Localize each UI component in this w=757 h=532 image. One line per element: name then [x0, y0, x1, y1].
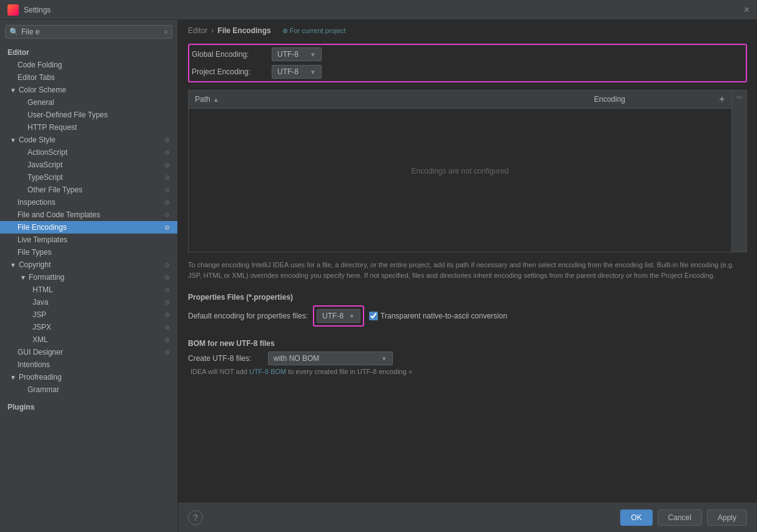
bom-note-link[interactable]: UTF-8 BOM: [249, 368, 286, 375]
copyright-settings-icon: ⚙: [164, 262, 170, 268]
bom-note: IDEA will NOT add UTF-8 BOM to every cre…: [188, 368, 747, 375]
project-encoding-label: Project Encoding:: [192, 67, 267, 76]
sidebar-item-proofreading[interactable]: ▼ Proofreading: [0, 371, 177, 383]
typescript-settings-icon: ⚙: [164, 174, 170, 181]
sidebar-item-live-templates[interactable]: Live Templates: [0, 234, 177, 246]
sidebar-item-grammar[interactable]: Grammar: [0, 383, 177, 396]
sidebar-item-java[interactable]: Java ⚙: [0, 296, 177, 308]
project-encoding-row: Project Encoding: UTF-8 ▼: [192, 65, 743, 79]
color-scheme-arrow: ▼: [10, 87, 16, 94]
help-button[interactable]: ?: [188, 510, 203, 525]
sidebar: 🔍 × Editor Code Folding Editor Tabs: [0, 20, 178, 532]
sidebar-item-gui-designer[interactable]: GUI Designer ⚙: [0, 346, 177, 358]
encoding-settings: Global Encoding: UTF-8 ▼ Project Encodin…: [188, 44, 747, 82]
bom-dropdown[interactable]: with NO BOM ▼: [268, 352, 393, 365]
path-column-header: Path ▲: [189, 92, 588, 107]
apply-button[interactable]: Apply: [707, 510, 747, 526]
app-logo: [7, 4, 19, 16]
nav-tree: Editor Code Folding Editor Tabs ▼ Color …: [0, 44, 177, 532]
editor-label: Editor: [7, 48, 29, 57]
content-body: Global Encoding: UTF-8 ▼ Project Encodin…: [178, 39, 757, 502]
clear-search-button[interactable]: ×: [164, 28, 168, 36]
sidebar-item-copyright[interactable]: ▼ Copyright ⚙: [0, 259, 177, 271]
sidebar-item-general[interactable]: General: [0, 96, 177, 109]
html-settings-icon: ⚙: [164, 287, 170, 293]
sidebar-item-color-scheme[interactable]: ▼ Color Scheme: [0, 84, 177, 96]
global-encoding-row: Global Encoding: UTF-8 ▼: [192, 47, 743, 61]
sidebar-item-editor[interactable]: Editor: [0, 46, 177, 59]
proofreading-arrow: ▼: [10, 374, 16, 381]
table-empty-state: Encodings are not configured: [189, 109, 731, 234]
global-encoding-value: UTF-8: [277, 50, 299, 59]
sidebar-item-editor-tabs[interactable]: Editor Tabs: [0, 71, 177, 84]
bom-title: BOM for new UTF-8 files: [188, 339, 747, 348]
encodings-table-container: Path ▲ Encoding + Encodings are not conf…: [188, 90, 747, 252]
for-project-label[interactable]: ⊕ For current project: [282, 27, 346, 35]
other-file-types-settings-icon: ⚙: [164, 187, 170, 194]
properties-row: Default encoding for properties files: U…: [188, 305, 747, 327]
properties-title: Properties Files (*.properties): [188, 293, 747, 302]
path-col-label: Path: [195, 95, 210, 104]
sidebar-item-xml[interactable]: XML ⚙: [0, 333, 177, 346]
sidebar-item-intentions[interactable]: Intentions: [0, 358, 177, 371]
bom-note-suffix: to every created file in UTF-8 encoding …: [286, 368, 412, 375]
search-input[interactable]: [21, 27, 164, 36]
encodings-table: Path ▲ Encoding + Encodings are not conf…: [189, 91, 731, 252]
ok-button[interactable]: OK: [620, 510, 652, 526]
settings-dialog: 🔍 × Editor Code Folding Editor Tabs: [0, 20, 757, 532]
properties-label: Default encoding for properties files:: [188, 312, 308, 320]
sidebar-item-file-encodings[interactable]: File Encodings ⚙: [0, 221, 177, 234]
breadcrumb: Editor › File Encodings ⊕ For current pr…: [178, 20, 757, 39]
xml-settings-icon: ⚙: [164, 337, 170, 343]
sidebar-item-code-folding[interactable]: Code Folding: [0, 59, 177, 71]
gui-designer-settings-icon: ⚙: [164, 349, 170, 356]
sidebar-item-plugins[interactable]: Plugins: [0, 401, 177, 413]
global-encoding-label: Global Encoding:: [192, 50, 267, 59]
bom-section: BOM for new UTF-8 files Create UTF-8 fil…: [188, 339, 747, 375]
sidebar-item-user-defined-file-types[interactable]: User-Defined File Types: [0, 109, 177, 121]
properties-section: Properties Files (*.properties) Default …: [188, 293, 747, 327]
transparent-conversion-checkbox[interactable]: [369, 312, 378, 320]
close-button[interactable]: ×: [744, 5, 750, 15]
project-encoding-dropdown[interactable]: UTF-8 ▼: [272, 65, 322, 79]
sidebar-item-jspx[interactable]: JSPX ⚙: [0, 321, 177, 333]
bom-arrow: ▼: [381, 355, 387, 362]
properties-encoding-value: UTF-8: [322, 312, 344, 320]
sidebar-item-file-types[interactable]: File Types: [0, 246, 177, 259]
encoding-column-header: Encoding: [588, 92, 713, 107]
content-area: Editor › File Encodings ⊕ For current pr…: [178, 20, 757, 532]
breadcrumb-sep: ›: [211, 26, 214, 35]
sidebar-item-typescript[interactable]: TypeScript ⚙: [0, 171, 177, 184]
encoding-highlight-box: Global Encoding: UTF-8 ▼ Project Encodin…: [188, 44, 747, 82]
sidebar-item-other-file-types[interactable]: Other File Types ⚙: [0, 184, 177, 196]
sidebar-item-actionscript[interactable]: ActionScript ⚙: [0, 146, 177, 159]
sidebar-item-http-request[interactable]: HTTP Request: [0, 121, 177, 134]
breadcrumb-current: File Encodings: [217, 26, 270, 35]
global-encoding-arrow: ▼: [310, 51, 316, 58]
search-icon: 🔍: [9, 27, 19, 36]
plugins-label: Plugins: [7, 403, 34, 411]
sidebar-item-javascript[interactable]: JavaScript ⚙: [0, 159, 177, 171]
add-encoding-button[interactable]: +: [713, 91, 731, 108]
properties-encoding-arrow: ▼: [349, 313, 355, 320]
create-utf8-label: Create UTF-8 files:: [188, 354, 263, 363]
global-encoding-dropdown[interactable]: UTF-8 ▼: [272, 47, 322, 61]
sidebar-item-jsp[interactable]: JSP ⚙: [0, 308, 177, 321]
bom-row: Create UTF-8 files: with NO BOM ▼: [188, 352, 747, 365]
project-encoding-value: UTF-8: [277, 67, 299, 76]
code-style-settings-icon: ⚙: [164, 137, 170, 144]
breadcrumb-parent: Editor: [188, 26, 207, 35]
sidebar-item-code-style[interactable]: ▼ Code Style ⚙: [0, 134, 177, 146]
cancel-button[interactable]: Cancel: [658, 510, 702, 526]
sidebar-item-inspections[interactable]: Inspections ⚙: [0, 196, 177, 209]
sidebar-item-html[interactable]: HTML ⚙: [0, 283, 177, 296]
jspx-settings-icon: ⚙: [164, 324, 170, 331]
transparent-conversion-label[interactable]: Transparent native-to-ascii conversion: [369, 312, 507, 320]
properties-encoding-dropdown[interactable]: UTF-8 ▼: [317, 309, 360, 323]
dialog-footer: ? OK Cancel Apply: [178, 502, 757, 532]
dialog-body: 🔍 × Editor Code Folding Editor Tabs: [0, 20, 757, 532]
titlebar: Settings ×: [0, 0, 757, 20]
sidebar-item-formatting[interactable]: ▼ Formatting ⚙: [0, 271, 177, 283]
sidebar-item-file-and-code-templates[interactable]: File and Code Templates ⚙: [0, 209, 177, 221]
bom-note-prefix: IDEA will NOT add: [190, 368, 249, 375]
